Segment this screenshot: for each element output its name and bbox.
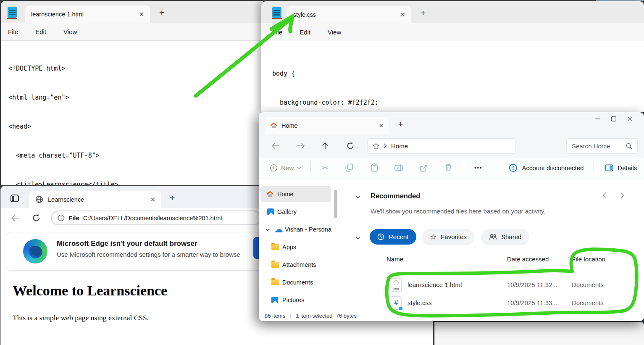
selection-count: 1 item selected [296, 313, 332, 319]
maximize-button[interactable] [611, 116, 616, 121]
pictures-icon [271, 297, 278, 303]
filter-recent[interactable]: Recent [370, 229, 416, 245]
chevron-right-icon[interactable] [620, 192, 624, 199]
account-status-label: Account disconnected [522, 164, 584, 171]
chevron-left-icon[interactable] [602, 192, 607, 199]
refresh-icon[interactable] [32, 213, 41, 222]
file-location: Documents [572, 281, 604, 288]
sidebar-item-gallery[interactable]: Gallery [259, 204, 334, 220]
chevron-down-icon[interactable] [265, 228, 270, 231]
address-bar[interactable]: Home [367, 138, 516, 154]
background-window-panel [434, 322, 644, 345]
tab-style-css[interactable]: style.css ✕ [287, 6, 411, 23]
tab-actions-icon[interactable] [10, 194, 19, 203]
file-location: Documents [572, 299, 604, 306]
filter-shared[interactable]: Shared [481, 229, 529, 245]
forward-icon[interactable] [297, 142, 305, 149]
rename-icon[interactable]: A [394, 164, 403, 172]
sidebar-item-pictures[interactable]: Pictures [259, 292, 334, 308]
home-icon [266, 191, 274, 198]
menu-view[interactable]: View [63, 28, 77, 35]
paste-icon[interactable] [371, 163, 378, 172]
scrollbar-thumb[interactable] [334, 190, 337, 218]
refresh-icon[interactable] [346, 142, 355, 150]
back-icon[interactable] [11, 214, 20, 222]
chevron-down-icon [297, 166, 301, 169]
minimize-button[interactable] [595, 116, 600, 121]
tab-learnscience-html[interactable]: learnscience 1.html ✕ [25, 5, 150, 23]
menu-file[interactable]: File [8, 28, 18, 35]
explorer-navbar: Home Search Home [259, 134, 644, 158]
new-button[interactable]: New [270, 164, 301, 172]
explorer-content: Home Gallery ☁ Vishan - Persona Apps Att… [259, 179, 644, 310]
details-button[interactable]: Details [605, 164, 637, 171]
share-icon[interactable] [419, 164, 428, 172]
file-date: 10/9/2025 11:33... [507, 299, 557, 306]
sidebar-item-apps[interactable]: Apps [259, 239, 334, 255]
menu-file[interactable]: File [272, 29, 282, 36]
notepad-tabbar: style.css ✕ + [261, 1, 644, 23]
notepad-text-area[interactable]: body { background-color: #f2f2f2; font-f… [261, 41, 644, 112]
menu-view[interactable]: View [328, 29, 341, 36]
new-tab-button[interactable]: + [398, 120, 403, 129]
column-file-location[interactable]: File location [572, 255, 605, 263]
filter-favorites[interactable]: ☆ Favorites [422, 229, 474, 245]
close-button[interactable] [627, 116, 632, 121]
notepad-menubar: File Edit View [261, 23, 644, 41]
file-name: style.css [407, 299, 432, 306]
breadcrumb: Home [391, 142, 408, 150]
banner-title: Microsoft Edge isn't your default browse… [57, 240, 240, 248]
close-tab-icon[interactable]: ✕ [400, 11, 405, 18]
sidebar-item-attachments[interactable]: Attachments [259, 257, 334, 273]
folder-icon [271, 262, 279, 268]
sidebar-scrollbar[interactable] [333, 179, 337, 310]
close-tab-icon[interactable]: ✕ [379, 122, 384, 129]
explorer-statusbar: 86 items 1 item selected 76 bytes [259, 310, 644, 321]
chevron-down-icon[interactable] [355, 195, 360, 199]
new-tab-button[interactable]: + [421, 8, 426, 18]
tab-learnscience[interactable]: Learnscience ✕ [29, 191, 161, 208]
back-icon[interactable] [271, 142, 280, 149]
explorer-titlebar: Home ✕ + [259, 112, 644, 134]
sidebar-item-home[interactable]: Home [260, 186, 331, 202]
menu-edit[interactable]: Edit [300, 29, 310, 36]
up-icon[interactable] [322, 142, 329, 150]
search-icon[interactable] [626, 143, 632, 149]
tab-label: learnscience 1.html [31, 11, 84, 18]
recommended-title: Recommended [371, 192, 420, 200]
globe-icon [35, 195, 43, 203]
file-row-html[interactable]: HTML learnscience 1.html 10/9/2025 11:32… [343, 277, 640, 295]
chevron-down-icon[interactable] [355, 236, 360, 240]
column-name[interactable]: Name [386, 255, 403, 263]
recommended-subtitle: We'll show you recommended files here ba… [371, 208, 546, 215]
cut-icon[interactable]: ✂ [322, 163, 329, 173]
file-date: 10/9/2025 11:32... [507, 281, 557, 288]
plus-circle-icon [270, 164, 278, 172]
notepad-text-area[interactable]: <!DOCTYPE html> <html lang="en"> <head> … [1, 41, 265, 185]
window-controls [595, 116, 632, 121]
html-file-icon: HTML [391, 278, 402, 292]
column-date-accessed[interactable]: Date accessed [507, 255, 549, 263]
address-scheme: File [68, 214, 79, 221]
close-tab-icon[interactable]: ✕ [139, 11, 144, 18]
menu-edit[interactable]: Edit [35, 28, 46, 35]
svg-text:A: A [397, 166, 400, 170]
new-tab-button[interactable]: + [170, 193, 175, 203]
sidebar-item-onedrive[interactable]: ☁ Vishan - Persona [259, 221, 334, 237]
search-box[interactable]: Search Home [566, 138, 638, 154]
close-tab-icon[interactable]: ✕ [150, 196, 155, 203]
address-bar[interactable]: File C:/Users/DELL/Documents/learnscienc… [51, 211, 261, 225]
copy-icon[interactable] [345, 163, 353, 172]
sidebar-item-documents[interactable]: Documents [259, 274, 334, 290]
more-options-icon[interactable]: ••• [474, 165, 483, 171]
new-tab-button[interactable]: + [159, 8, 164, 18]
tab-home[interactable]: Home ✕ [265, 117, 389, 134]
file-explorer-window: Home ✕ + Home Search Home New [259, 112, 644, 321]
account-status[interactable]: Account disconnected [509, 163, 584, 172]
gallery-icon [267, 208, 274, 215]
delete-icon[interactable] [445, 163, 452, 172]
info-icon[interactable] [58, 214, 65, 221]
item-count: 86 items [265, 313, 285, 319]
cloud-icon: ☁ [274, 227, 283, 232]
notepad-tabbar: learnscience 1.html ✕ + [1, 1, 265, 23]
